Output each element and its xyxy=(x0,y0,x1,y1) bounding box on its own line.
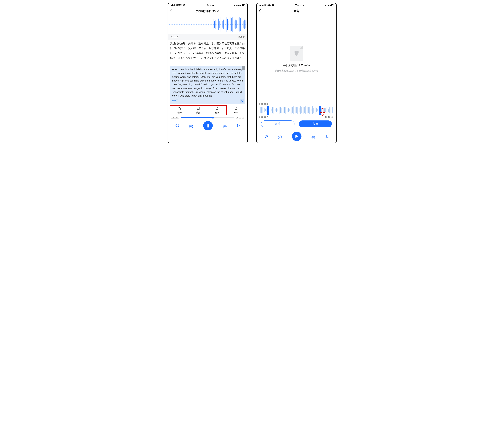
forward-label: 10s xyxy=(223,125,226,127)
clock: 上午 9:31 xyxy=(186,4,234,7)
file-name: 手机科技园1222.m4a xyxy=(283,63,310,67)
battery-icon xyxy=(330,4,334,6)
status-bar: 中国移动 上午 9:31 60% xyxy=(168,3,247,7)
trim-selection[interactable]: ‹ › xyxy=(267,106,321,115)
transcript-text[interactable]: 我没能参加那年的高考，没有考上大学。因为我在距离他的三年前就已经放弃了。然而在十… xyxy=(170,41,245,66)
trim-icon xyxy=(197,107,200,111)
file-hint: 裁剪会生成新的音频，不会对您音频造成影响 xyxy=(275,69,318,72)
pause-button[interactable] xyxy=(203,121,213,130)
carrier-label: 中国移动 xyxy=(173,4,182,7)
translate-icon xyxy=(178,107,181,111)
share-button[interactable]: 分享 xyxy=(226,105,245,115)
highlighted-actions: 翻译 裁剪 复制 xyxy=(170,105,227,115)
player-controls: 10s 10s 1x xyxy=(257,132,336,143)
button-row: 取消 裁剪 xyxy=(257,118,336,130)
svg-rect-80 xyxy=(334,5,334,6)
volume-button[interactable] xyxy=(264,135,268,138)
svg-rect-72 xyxy=(207,124,207,127)
time-status-row: 00:00:37 播放中 xyxy=(168,34,247,40)
cancel-button[interactable]: 取消 xyxy=(261,120,295,127)
copy-label: 复制 xyxy=(215,111,219,114)
play-status: 播放中 xyxy=(238,35,245,38)
rewind-10s-button[interactable]: 10s xyxy=(189,124,194,127)
trim-handle-left-icon[interactable]: ‹ xyxy=(268,109,269,111)
audio-file-icon xyxy=(290,46,303,62)
nav-bar: 裁剪 xyxy=(257,7,336,15)
translate-button[interactable]: 翻译 xyxy=(170,106,189,115)
svg-rect-6 xyxy=(242,5,244,6)
signal-icon xyxy=(170,4,173,6)
speed-button[interactable]: 1x xyxy=(325,134,329,138)
word-count: 266字 xyxy=(172,99,178,103)
rewind-10s-button[interactable]: 10s xyxy=(278,135,282,138)
signal-icon xyxy=(259,4,261,6)
action-row: 翻译 裁剪 复制 分享 xyxy=(170,105,245,115)
translation-text: When I was in school, I didn't want to s… xyxy=(172,68,244,98)
copy-icon xyxy=(215,107,219,111)
progress-current: 00:00:37 xyxy=(171,117,179,119)
status-bar: 中国移动 下午 3:02 42% xyxy=(257,3,336,7)
arrow-annotation-icon xyxy=(320,108,325,116)
file-preview: 手机科技园1222.m4a 裁剪会生成新的音频，不会对您音频造成影响 xyxy=(257,15,336,103)
trim-label: 裁剪 xyxy=(196,111,200,114)
battery-icon xyxy=(242,4,245,6)
forward-10s-button[interactable]: 10s xyxy=(311,135,316,138)
selection-start-time: 00:00:07 xyxy=(259,116,268,118)
forward-10s-button[interactable]: 10s xyxy=(222,124,227,127)
progress-total: 00:01:02 xyxy=(236,117,244,119)
nav-bar: 手机科技园1222 xyxy=(168,7,247,15)
selection-end-time: 00:00:46 xyxy=(325,116,333,118)
playhead-time: 00:00:08 xyxy=(259,103,333,105)
svg-rect-7 xyxy=(245,5,245,6)
wifi-icon xyxy=(272,4,274,6)
svg-rect-1 xyxy=(171,5,171,6)
svg-rect-74 xyxy=(259,6,259,6)
svg-rect-75 xyxy=(260,5,260,6)
svg-rect-2 xyxy=(171,5,172,6)
waveform-display[interactable] xyxy=(168,15,247,34)
trim-playhead[interactable] xyxy=(270,106,270,115)
progress-fill xyxy=(181,117,213,118)
progress-bar[interactable]: 00:00:37 00:01:02 xyxy=(171,117,244,119)
back-button[interactable] xyxy=(259,9,261,13)
svg-rect-0 xyxy=(170,6,171,6)
confirm-trim-button[interactable]: 裁剪 xyxy=(299,120,332,127)
battery-label: 60% xyxy=(236,4,241,7)
progress-track[interactable] xyxy=(181,117,234,118)
carrier-label: 中国移动 xyxy=(262,4,271,7)
elapsed-time: 00:00:37 xyxy=(171,35,180,38)
translate-label: 翻译 xyxy=(178,111,182,114)
edit-icon[interactable] xyxy=(217,10,220,13)
progress-thumb[interactable] xyxy=(212,117,214,119)
trim-button[interactable]: 裁剪 xyxy=(189,106,208,115)
close-icon[interactable] xyxy=(242,66,245,70)
player-controls: 10s 10s 1x xyxy=(168,121,247,132)
clock: 下午 3:02 xyxy=(274,4,325,7)
speed-button[interactable]: 1x xyxy=(237,124,240,128)
expand-icon[interactable] xyxy=(240,99,244,103)
rewind-label: 10s xyxy=(190,125,192,127)
svg-rect-76 xyxy=(260,5,261,6)
back-button[interactable] xyxy=(170,9,172,13)
title-text: 手机科技园1222 xyxy=(196,9,216,13)
svg-rect-3 xyxy=(172,4,173,6)
svg-rect-79 xyxy=(331,5,332,6)
wifi-icon xyxy=(183,4,186,6)
copy-button[interactable]: 复制 xyxy=(208,106,226,115)
svg-rect-73 xyxy=(208,124,209,127)
share-label: 分享 xyxy=(234,111,238,114)
play-button[interactable] xyxy=(292,132,301,141)
page-title: 手机科技园1222 xyxy=(196,9,220,13)
alarm-icon xyxy=(234,4,235,6)
svg-rect-77 xyxy=(261,4,261,6)
translation-popup: When I was in school, I didn't want to s… xyxy=(170,66,245,104)
page-title: 裁剪 xyxy=(294,9,299,13)
share-icon xyxy=(234,107,238,111)
battery-label: 42% xyxy=(325,4,329,7)
phone-right: 中国移动 下午 3:02 42% 裁剪 手机科技园1222.m4a 裁剪会生成新… xyxy=(256,3,337,143)
forward-label: 10s xyxy=(312,136,315,138)
phone-left: 中国移动 上午 9:31 60% 手机科技园1222 xyxy=(168,3,248,143)
volume-button[interactable] xyxy=(175,124,179,127)
rewind-label: 10s xyxy=(279,136,281,138)
